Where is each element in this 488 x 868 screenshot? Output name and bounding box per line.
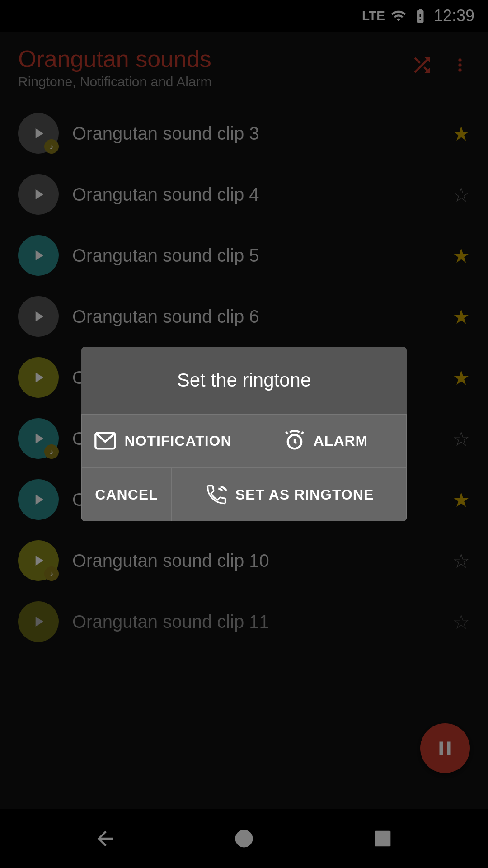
dialog-row-1: NOTIFICATION ALARM	[81, 414, 407, 467]
notification-button[interactable]: NOTIFICATION	[81, 414, 244, 467]
ringtone-dialog: Set the ringtone NOTIFICATION	[81, 347, 407, 521]
alarm-label: ALARM	[314, 433, 368, 449]
cancel-button[interactable]: CANCEL	[81, 468, 172, 521]
cancel-label: CANCEL	[95, 486, 158, 503]
set-ringtone-button[interactable]: SET AS RINGTONE	[172, 468, 407, 521]
notification-icon	[94, 429, 117, 453]
dialog-title: Set the ringtone	[81, 347, 407, 414]
set-ringtone-label: SET AS RINGTONE	[235, 486, 374, 503]
alarm-icon	[283, 429, 306, 453]
dialog-overlay: Set the ringtone NOTIFICATION	[0, 0, 488, 868]
alarm-button[interactable]: ALARM	[244, 414, 407, 467]
dialog-row-2: CANCEL SET AS RINGTONE	[81, 467, 407, 521]
notification-label: NOTIFICATION	[124, 433, 231, 449]
phone-icon	[205, 483, 228, 506]
